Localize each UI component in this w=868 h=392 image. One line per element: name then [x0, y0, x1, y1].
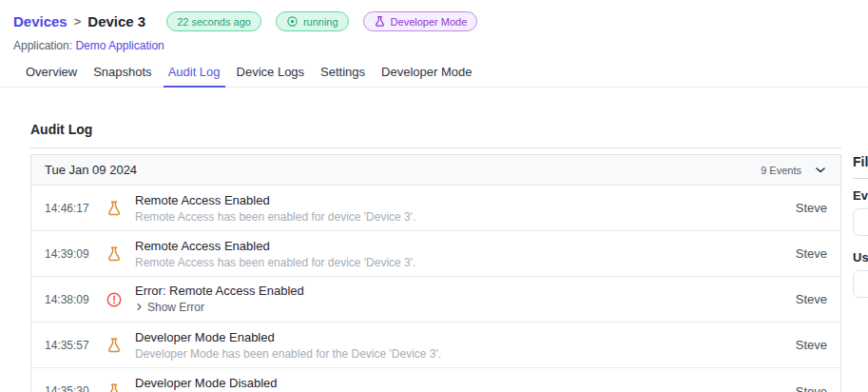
flask-icon	[374, 15, 386, 28]
event-title: Developer Mode Disabled	[135, 376, 796, 390]
filter-panel: Filter Event Type User	[853, 154, 868, 298]
tab-developer-mode[interactable]: Developer Mode	[376, 60, 476, 87]
audit-log-table: Tue Jan 09 2024 9 Events 14:46:17 Remote…	[30, 154, 841, 392]
last-seen-badge: 22 seconds ago	[166, 11, 261, 31]
show-error-label: Show Error	[147, 301, 204, 314]
date-group-header: Tue Jan 09 2024 9 Events	[31, 155, 840, 186]
event-time: 14:35:57	[45, 339, 97, 352]
developer-mode-badge: Developer Mode	[363, 11, 478, 31]
tab-snapshots[interactable]: Snapshots	[88, 60, 156, 87]
event-time: 14:39:09	[45, 247, 97, 261]
record-circle-icon	[286, 15, 299, 28]
status-badges: 22 seconds ago running D	[166, 11, 477, 31]
breadcrumb: Devices > Device 3 22 seconds ago runnin…	[13, 11, 868, 31]
page-header: Devices > Device 3 22 seconds ago runnin…	[0, 0, 868, 52]
running-status-badge: running	[276, 11, 349, 31]
running-status-label: running	[303, 16, 338, 28]
section-divider	[30, 147, 841, 148]
error-circle-icon	[106, 291, 123, 308]
event-user: Steve	[796, 246, 827, 261]
chevron-down-icon[interactable]	[814, 164, 827, 177]
event-description: Remote Access has been enabled for devic…	[135, 256, 796, 269]
audit-row: 14:35:57 Developer Mode Enabled Develope…	[31, 323, 840, 368]
audit-row: 14:39:09 Remote Access Enabled Remote Ac…	[31, 231, 840, 277]
event-title: Error: Remote Access Enabled	[135, 284, 796, 298]
flask-icon	[106, 200, 123, 217]
event-title: Remote Access Enabled	[135, 193, 796, 207]
user-filter-label: User	[853, 250, 868, 265]
event-user: Steve	[796, 338, 827, 352]
show-error-link[interactable]: Show Error	[135, 301, 204, 314]
developer-mode-label: Developer Mode	[391, 16, 468, 28]
tab-overview[interactable]: Overview	[21, 60, 82, 87]
event-description: Remote Access has been enabled for devic…	[135, 210, 796, 224]
event-title: Remote Access Enabled	[135, 239, 796, 253]
breadcrumb-devices-link[interactable]: Devices	[13, 13, 68, 29]
tab-bar: Overview Snapshots Audit Log Device Logs…	[0, 60, 868, 88]
flask-icon	[106, 245, 123, 263]
tab-audit-log[interactable]: Audit Log	[164, 60, 225, 87]
audit-row: 14:46:17 Remote Access Enabled Remote Ac…	[31, 186, 840, 231]
chevron-right-icon	[135, 301, 144, 314]
breadcrumb-separator: >	[74, 14, 82, 29]
event-user: Steve	[796, 201, 827, 215]
event-user: Steve	[796, 384, 827, 392]
last-seen-label: 22 seconds ago	[177, 16, 251, 28]
event-user: Steve	[796, 292, 827, 306]
events-count-badge: 9 Events	[761, 165, 801, 176]
filter-panel-title: Filter	[853, 154, 868, 169]
event-time: 14:35:30	[45, 384, 97, 392]
tab-device-logs[interactable]: Device Logs	[232, 60, 310, 87]
user-filter-input[interactable]	[853, 270, 868, 298]
audit-row: 14:38:09 Error: Remote Access Enabled Sh…	[31, 277, 840, 323]
audit-row: 14:35:30 Developer Mode Disabled Steve	[31, 368, 840, 392]
tab-settings[interactable]: Settings	[316, 60, 370, 87]
event-description: Developer Mode has been enabled for the …	[135, 347, 796, 361]
application-link[interactable]: Demo Application	[75, 39, 164, 52]
group-date-label: Tue Jan 09 2024	[45, 163, 137, 177]
filter-panel-divider	[853, 178, 868, 179]
event-type-filter-label: Event Type	[853, 188, 868, 203]
flask-icon	[106, 337, 123, 354]
section-title: Audit Log	[30, 122, 868, 137]
event-time: 14:46:17	[45, 202, 97, 215]
event-time: 14:38:09	[45, 293, 97, 306]
application-line: Application: Demo Application	[13, 39, 868, 52]
page-title: Device 3	[87, 13, 145, 29]
application-label: Application:	[13, 39, 72, 52]
event-title: Developer Mode Enabled	[135, 330, 796, 344]
flask-icon	[106, 382, 123, 392]
event-type-filter-input[interactable]	[853, 208, 868, 236]
